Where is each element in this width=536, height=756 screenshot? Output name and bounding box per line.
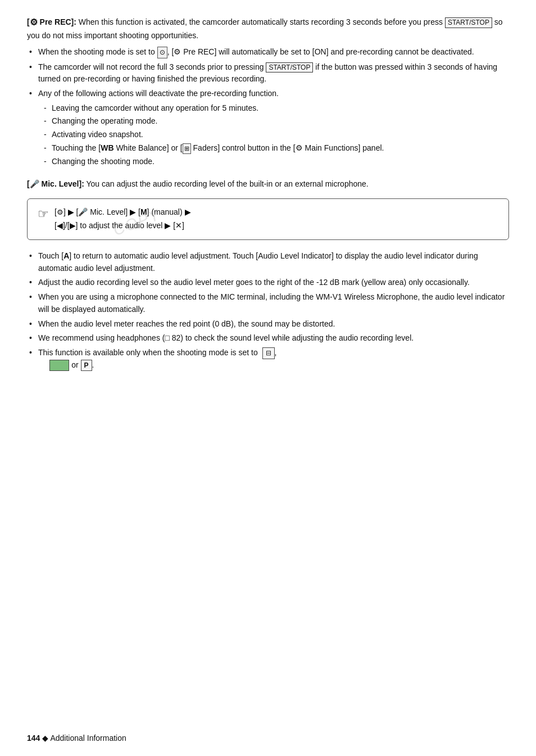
step-mic-level: [🎤 Mic. Level] [76, 207, 128, 216]
mic-level-title: [🎤 Mic. Level]: [27, 179, 84, 188]
step-main-func: [⚙] [54, 207, 66, 216]
step-close: [✕] [173, 221, 184, 230]
main-func-icon: ⚙ [296, 142, 303, 155]
faders-icon: ⊞ [183, 143, 191, 154]
hand-icon: ☞ [38, 207, 49, 221]
mic-bullet-3: When you are using a microphone connecte… [27, 291, 509, 315]
mic-bullet-5: We recommend using headphones (□ 82) to … [27, 332, 509, 345]
mic-symbol: 🎤 [30, 178, 39, 191]
instruction-steps: [⚙] ▶ [🎤 Mic. Level] ▶ [M] (manual) ▶ [◀… [54, 206, 191, 233]
page-content: COPY [⚙ Pre REC]: When this function is … [27, 16, 509, 371]
pre-rec-intro: [⚙ Pre REC]: When this function is activ… [27, 16, 509, 42]
mode-icon-1: ⊟ [262, 347, 275, 359]
mic-bullet-2: Adjust the audio recording level so the … [27, 277, 509, 289]
sub-item-2: Changing the operating mode. [38, 115, 509, 128]
sub-item-5: Changing the shooting mode. [38, 156, 509, 168]
mic-bullet-6: This function is available only when the… [27, 347, 509, 371]
pre-rec-bullet-1: When the shooting mode is set to ⊙, [⚙ P… [27, 46, 509, 58]
mic-bullet-4: When the audio level meter reaches the r… [27, 318, 509, 331]
mode-icon-2 [49, 360, 69, 372]
start-stop-kbd-2: START/STOP [266, 62, 313, 73]
instruction-box: ☞ [⚙] ▶ [🎤 Mic. Level] ▶ [M] (manual) ▶ … [27, 198, 509, 240]
shooting-mode-icon: ⊙ [157, 47, 167, 58]
pre-rec-title: [⚙ Pre REC]: [27, 17, 76, 26]
deactivate-sub-list: Leaving the camcorder without any operat… [38, 102, 509, 168]
step-adjust: [◀]/[▶] to adjust the audio level [54, 221, 162, 230]
mode-icon-3: P [81, 360, 92, 372]
step-manual: [M] (manual) [138, 207, 183, 216]
pre-rec-bullet-2: The camcorder will not record the full 3… [27, 61, 509, 85]
mic-level-bullets: Touch [A] to return to automatic audio l… [27, 250, 509, 371]
footer: 144 ◆ Additional Information [27, 734, 126, 743]
footer-diamond: ◆ [42, 734, 48, 743]
arrow-2: ▶ [130, 206, 136, 219]
start-stop-kbd: START/STOP [445, 17, 492, 28]
pre-rec-bullets: When the shooting mode is set to ⊙, [⚙ P… [27, 46, 509, 168]
pre-rec-bullet-3: Any of the following actions will deacti… [27, 88, 509, 168]
mic-level-header: [🎤 Mic. Level]: You can adjust the audio… [27, 178, 509, 191]
sub-item-1: Leaving the camcorder without any operat… [38, 102, 509, 115]
arrow-3: ▶ [185, 206, 191, 219]
arrow-4: ▶ [165, 219, 171, 233]
sub-item-4: Touching the [WB White Balance] or [⊞ Fa… [38, 142, 509, 155]
page-number: 144 [27, 734, 40, 743]
footer-section: Additional Information [50, 734, 126, 743]
sub-item-3: Activating video snapshot. [38, 129, 509, 141]
mic-bullet-1: Touch [A] to return to automatic audio l… [27, 250, 509, 274]
or-text: or [71, 360, 80, 369]
arrow-1: ▶ [68, 206, 74, 219]
mic-icon-2: 🎤 [78, 206, 88, 219]
